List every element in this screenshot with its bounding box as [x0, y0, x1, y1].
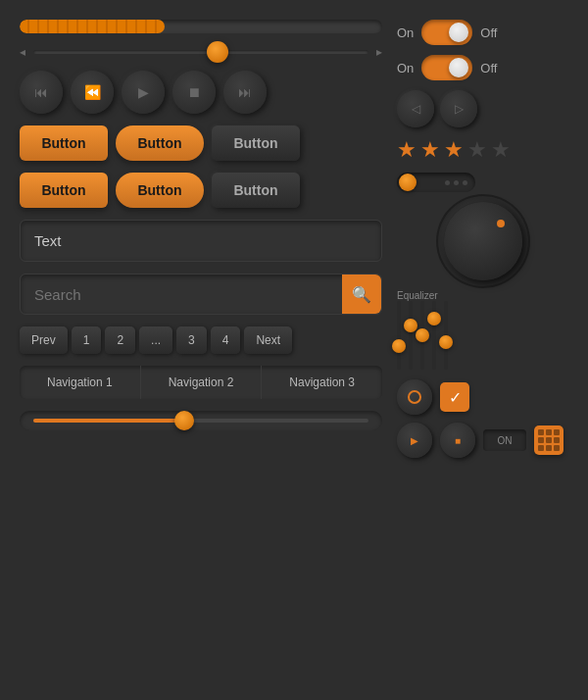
- nav-tab-3[interactable]: Navigation 3: [262, 366, 382, 399]
- toggle-2-on-label: On: [397, 61, 414, 75]
- next-button[interactable]: Next: [244, 326, 292, 354]
- slider-thumb[interactable]: [207, 41, 228, 63]
- rotary-knob[interactable]: [444, 202, 522, 280]
- equalizer: [397, 301, 568, 370]
- eq-band-2: [409, 301, 413, 370]
- eq-knob-5[interactable]: [439, 335, 453, 349]
- radio-button-1[interactable]: [397, 379, 432, 415]
- small-toggle-knob: [399, 174, 416, 191]
- grid-dot-1: [538, 429, 544, 435]
- buttons-row-1: Button Button Button: [20, 125, 382, 161]
- widget-row-2: ▶ ■ ON: [397, 423, 568, 458]
- radio-button-3[interactable]: ■: [440, 423, 475, 458]
- equalizer-label: Equalizer: [397, 290, 568, 301]
- eq-knob-4[interactable]: [427, 312, 441, 325]
- skip-next-button[interactable]: ⏭: [223, 71, 267, 114]
- small-toggle[interactable]: [397, 173, 475, 192]
- widget-row-1: ✓: [397, 379, 568, 415]
- eq-rail-1[interactable]: [397, 301, 401, 370]
- toggle-2[interactable]: [421, 55, 472, 80]
- nav-tab-2[interactable]: Navigation 2: [141, 366, 263, 399]
- slider-track[interactable]: [33, 50, 368, 54]
- range-thumb[interactable]: [174, 411, 194, 430]
- eq-rail-5[interactable]: [444, 301, 448, 370]
- dot-1: [445, 180, 450, 185]
- button-pill-1[interactable]: Button: [116, 125, 204, 161]
- page-3-button[interactable]: 3: [176, 326, 207, 354]
- play-button[interactable]: ▶: [122, 71, 165, 114]
- grid-dot-7: [538, 445, 544, 451]
- star-1[interactable]: ★: [397, 137, 416, 163]
- toggle-row-2: On Off: [397, 55, 568, 80]
- page-4-button[interactable]: 4: [211, 326, 241, 354]
- equalizer-section: Equalizer: [397, 290, 568, 370]
- knob-container: [397, 202, 568, 280]
- bottom-widgets: ✓ ▶ ■ ON: [397, 379, 568, 458]
- eq-knob-2[interactable]: [404, 319, 417, 332]
- toggle-1[interactable]: [421, 20, 472, 45]
- on-toggle[interactable]: ON: [483, 429, 526, 451]
- right-nav-left-button[interactable]: ◁: [397, 90, 434, 127]
- knob-indicator: [497, 220, 505, 227]
- toggle-1-on-label: On: [397, 25, 414, 40]
- media-controls: ⏮ ⏪ ▶ ⏹ ⏭: [20, 71, 382, 114]
- button-dark-1[interactable]: Button: [212, 125, 300, 161]
- slider-max-icon: ▸: [376, 45, 382, 59]
- range-slider: [20, 411, 382, 430]
- grid-dot-4: [538, 437, 544, 443]
- stop-icon: ■: [455, 435, 461, 446]
- page-2-button[interactable]: 2: [105, 326, 135, 354]
- eq-rail-3[interactable]: [420, 301, 424, 370]
- prev-button[interactable]: Prev: [20, 326, 68, 354]
- grid-dot-3: [554, 429, 560, 435]
- eq-band-1: [397, 301, 401, 370]
- rewind-button[interactable]: ⏪: [71, 71, 114, 114]
- dot-3: [463, 180, 467, 185]
- text-input[interactable]: Text: [20, 220, 382, 262]
- right-nav-right-button[interactable]: ▷: [440, 90, 477, 127]
- toggle-1-knob: [449, 23, 468, 42]
- eq-knob-1[interactable]: [392, 339, 406, 353]
- eq-band-4: [432, 301, 436, 370]
- search-input[interactable]: [21, 275, 342, 314]
- star-4[interactable]: ★: [467, 137, 487, 163]
- checkbox-1[interactable]: ✓: [440, 382, 469, 412]
- toggle-1-off-label: Off: [480, 25, 497, 40]
- grid-dot-8: [546, 445, 552, 451]
- toggle-2-off-label: Off: [480, 61, 497, 75]
- eq-rail-2[interactable]: [409, 301, 413, 370]
- nav-tabs: Navigation 1 Navigation 2 Navigation 3: [20, 366, 382, 399]
- right-panel: On Off On Off ◁ ▷ ★ ★ ★ ★ ★: [392, 20, 568, 680]
- page-1-button[interactable]: 1: [72, 326, 102, 354]
- star-rating: ★ ★ ★ ★ ★: [397, 137, 568, 163]
- toggle-row-1: On Off: [397, 20, 568, 45]
- grid-dot-9: [554, 445, 560, 451]
- play-icon: ▶: [411, 435, 418, 446]
- range-track[interactable]: [33, 419, 368, 423]
- grid-dot-5: [546, 437, 552, 443]
- eq-knob-3[interactable]: [416, 328, 429, 342]
- progress-bar-fill: [20, 20, 165, 33]
- search-icon: 🔍: [352, 285, 371, 304]
- star-5[interactable]: ★: [491, 137, 511, 163]
- grid-dot-6: [554, 437, 560, 443]
- button-pill-2[interactable]: Button: [116, 173, 204, 208]
- button-solid-2[interactable]: Button: [20, 173, 108, 208]
- star-2[interactable]: ★: [420, 137, 440, 163]
- eq-rail-4[interactable]: [432, 301, 436, 370]
- grid-dot-2: [546, 429, 552, 435]
- nav-tab-1[interactable]: Navigation 1: [20, 366, 141, 399]
- radio-inner-1: [408, 390, 421, 404]
- eq-band-5: [444, 301, 448, 370]
- star-3[interactable]: ★: [444, 137, 464, 163]
- search-row: 🔍: [20, 274, 382, 315]
- stop-button[interactable]: ⏹: [172, 71, 216, 114]
- small-toggle-dots: [445, 180, 467, 185]
- search-button[interactable]: 🔍: [342, 275, 381, 314]
- dot-2: [454, 180, 459, 185]
- grid-widget[interactable]: [534, 425, 564, 455]
- skip-prev-button[interactable]: ⏮: [20, 71, 63, 114]
- radio-button-2[interactable]: ▶: [397, 423, 432, 458]
- button-dark-2[interactable]: Button: [212, 173, 300, 208]
- button-solid-1[interactable]: Button: [20, 125, 108, 161]
